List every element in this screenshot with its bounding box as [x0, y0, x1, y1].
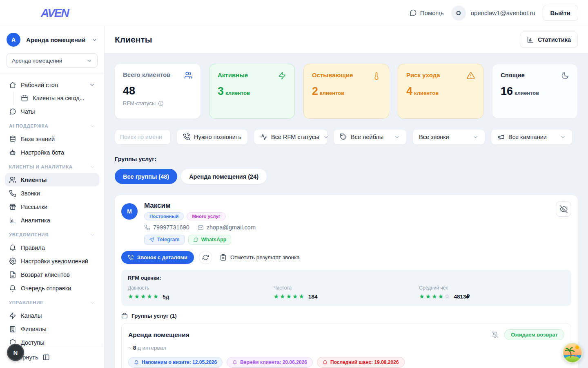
reminder-visit-badge: Напомним о визите: 12.05.2026: [128, 357, 223, 368]
service-groups-header: Группы услуг (1): [121, 312, 571, 319]
sidebar-item-bot-settings[interactable]: Настройка бота: [5, 146, 99, 159]
phone-icon: [9, 190, 16, 197]
gear-icon: [9, 258, 16, 265]
client-avatar: М: [121, 203, 138, 220]
rfm-status-dropdown[interactable]: Все RFM статусы: [254, 129, 327, 145]
client-email: zhopa@gmail.com: [198, 224, 256, 231]
sidebar-item-knowledge-base[interactable]: База знаний: [5, 132, 99, 146]
sidebar-item-mailings[interactable]: Рассылки: [5, 200, 99, 213]
whatsapp-badge[interactable]: WhatsApp: [188, 235, 232, 245]
clipboard-icon: [220, 254, 227, 261]
need-call-button[interactable]: Нужно позвонить: [176, 129, 248, 145]
mark-call-result[interactable]: Отметить результат звонка: [220, 254, 300, 261]
bell-icon: [9, 285, 16, 292]
sidebar-item-chats[interactable]: Чаты: [5, 105, 99, 118]
sidebar-item-desktop[interactable]: Рабочий стол: [5, 78, 99, 92]
chevron-down-icon: [472, 134, 479, 140]
lightning-icon: [9, 312, 16, 319]
bell-off-icon[interactable]: [492, 331, 499, 338]
sidebar-item-channels[interactable]: Каналы: [5, 309, 99, 322]
all-groups-button[interactable]: Все группы (48): [115, 169, 177, 184]
client-phone: 79997731690: [144, 224, 189, 231]
awaiting-return-badge: Ожидаем возврат: [504, 329, 564, 340]
floating-n-badge[interactable]: N: [7, 344, 24, 361]
telegram-badge[interactable]: Telegram: [144, 235, 185, 245]
chevron-down-icon: [560, 134, 566, 140]
calls-dropdown[interactable]: Все звонки: [412, 129, 485, 145]
sidebar-section-management[interactable]: УПРАВЛЕНИЕ: [5, 296, 99, 309]
lightning-icon: [278, 72, 286, 80]
chevron-down-icon: [394, 134, 400, 140]
card-title: Активные: [218, 72, 248, 79]
search-input[interactable]: [115, 129, 171, 145]
whatsapp-icon: [193, 237, 198, 242]
users-icon: [184, 71, 192, 79]
moon-icon: [561, 72, 569, 80]
sidebar-item-branches[interactable]: Филиалы: [5, 322, 99, 336]
main-content: Всего клиентов 48 RFM-статусы Активные 3…: [105, 54, 588, 368]
sidebar-item-client-return[interactable]: Возврат клиентов: [5, 268, 99, 281]
card-value: 16клиентов: [501, 85, 569, 98]
hide-client-button[interactable]: [556, 201, 571, 217]
sidebar-section-notifications[interactable]: УВЕДОМЛЕНИЯ: [5, 229, 99, 241]
section-label: КЛИЕНТЫ И АНАЛИТИКА: [9, 164, 73, 169]
sidebar-section-clients-analytics[interactable]: КЛИЕНТЫ И АНАЛИТИКА: [5, 161, 99, 173]
workspace-name: Аренда помещений: [26, 36, 86, 43]
stats-cards-row: Всего клиентов 48 RFM-статусы Активные 3…: [115, 64, 578, 119]
dropdown-value: Все RFM статусы: [271, 134, 319, 140]
help-label: Помощь: [420, 9, 444, 16]
reminder-return-badge: Вернём клиента: 20.06.2026: [227, 357, 313, 368]
labels-dropdown[interactable]: Все лейблы: [333, 129, 407, 145]
call-with-details-button[interactable]: Звонок с деталями: [121, 251, 194, 264]
sidebar-item-label: Клиенты: [21, 177, 95, 183]
sidebar-item-notification-settings[interactable]: Настройки уведомлений: [5, 254, 99, 268]
info-icon[interactable]: [158, 101, 164, 106]
section-label: УПРАВЛЕНИЕ: [9, 300, 43, 305]
sidebar-item-label: База знаний: [21, 136, 95, 142]
star-rating: ★★★★★: [274, 293, 305, 300]
sidebar-item-send-queue[interactable]: Очередь отправки: [5, 281, 99, 295]
chevron-down-icon: [89, 82, 95, 88]
document-icon: [9, 271, 16, 278]
campaigns-dropdown[interactable]: Все кампании: [491, 129, 572, 145]
logout-button[interactable]: Выйти: [543, 5, 578, 21]
card-churn-risk: Риск ухода 4клиентов: [398, 64, 483, 119]
sidebar-item-label: Возврат клиентов: [21, 272, 95, 278]
user-avatar[interactable]: O: [451, 6, 466, 20]
sidebar-item-clients[interactable]: Клиенты: [5, 173, 99, 186]
rfm-monetary: Средний чек ★★★★☆ 4813₽: [419, 285, 565, 300]
bell-icon: [134, 360, 139, 365]
workspace-switcher[interactable]: А Аренда помещений: [0, 26, 104, 52]
island-widget-button[interactable]: [562, 343, 583, 363]
warning-triangle-icon: [467, 72, 475, 80]
dropdown-value: Все звонки: [419, 134, 449, 140]
database-icon: [9, 135, 16, 143]
sidebar-item-rules[interactable]: Правила: [5, 241, 99, 254]
client-card: М Максим Постоянный Много услуг 79997731…: [115, 195, 578, 368]
project-select[interactable]: Аренда помещений: [7, 53, 98, 68]
help-button[interactable]: Помощь: [409, 9, 444, 17]
statistics-button[interactable]: Статистика: [520, 31, 578, 48]
calendar-icon: [21, 94, 28, 102]
card-cooling-clients: Остывающие 2клиентов: [303, 64, 389, 119]
refresh-button[interactable]: [199, 251, 212, 264]
bell-icon: [323, 360, 327, 365]
sidebar-item-clients-today[interactable]: Клиенты на сегод...: [17, 92, 99, 105]
service-group-pills: Все группы (48) Аренда помещения (24): [115, 169, 578, 184]
sidebar-item-calls[interactable]: Звонки: [5, 186, 99, 200]
client-name: Максим: [144, 202, 256, 210]
rent-group-button[interactable]: Аренда помещения (24): [181, 169, 267, 184]
gift-icon: [9, 203, 16, 211]
bar-chart-icon: [9, 217, 16, 224]
chat-icon: [9, 108, 16, 115]
sidebar-item-label: Доступы: [21, 339, 95, 346]
palm-island-icon: [562, 343, 583, 363]
telegram-icon: [149, 237, 154, 242]
sidebar-item-analytics[interactable]: Аналитика: [5, 213, 99, 227]
sidebar-section-ai-support[interactable]: AI ПОДДЕРЖКА: [5, 120, 99, 132]
chevron-down-icon: [90, 232, 95, 238]
workspace-avatar: А: [7, 33, 20, 47]
rfm-frequency: Частота ★★★★★ 184: [274, 285, 419, 300]
sidebar-item-label: Настройка бота: [21, 149, 95, 156]
chevron-down-icon: [90, 300, 95, 305]
